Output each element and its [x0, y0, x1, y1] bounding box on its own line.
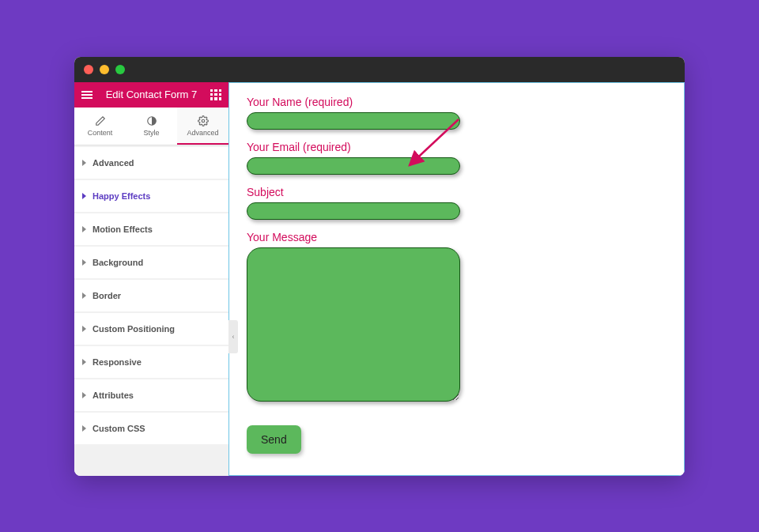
email-label: Your Email (required) — [247, 141, 666, 153]
caret-icon — [82, 193, 86, 199]
sidebar: Edit Contact Form 7 Content Style Advanc… — [74, 82, 228, 476]
form-group-message: Your Message — [247, 231, 666, 402]
panel-list: Advanced Happy Effects Motion Effects Ba… — [74, 147, 228, 444]
caret-icon — [82, 425, 86, 432]
tab-label: Style — [143, 129, 159, 137]
subject-input[interactable] — [247, 202, 460, 220]
name-input[interactable] — [247, 112, 460, 130]
tab-style[interactable]: Style — [126, 108, 177, 145]
caret-icon — [82, 359, 86, 365]
caret-icon — [82, 160, 86, 166]
panel-attributes[interactable]: Attributes — [74, 379, 228, 411]
panel-label: Happy Effects — [93, 191, 150, 201]
panel-label: Advanced — [93, 158, 134, 168]
tab-advanced[interactable]: Advanced — [177, 108, 228, 145]
panel-label: Responsive — [93, 357, 142, 367]
caret-icon — [82, 392, 86, 398]
panel-advanced[interactable]: Advanced — [74, 147, 228, 179]
grid-icon[interactable] — [210, 89, 222, 101]
panel-label: Custom CSS — [93, 424, 145, 433]
svg-point-1 — [202, 119, 205, 123]
form-group-name: Your Name (required) — [247, 96, 666, 130]
pencil-icon — [95, 115, 106, 126]
form-group-subject: Subject — [247, 186, 666, 220]
collapse-sidebar-button[interactable]: ‹ — [228, 320, 238, 353]
name-label: Your Name (required) — [247, 96, 666, 108]
gear-icon — [198, 115, 209, 126]
app-body: Edit Contact Form 7 Content Style Advanc… — [74, 82, 685, 476]
caret-icon — [82, 326, 86, 332]
panel-border[interactable]: Border — [74, 280, 228, 311]
subject-label: Subject — [247, 186, 666, 198]
sidebar-title: Edit Contact Form 7 — [106, 89, 198, 100]
menu-icon[interactable] — [81, 89, 93, 101]
caret-icon — [82, 226, 86, 232]
panel-custom-positioning[interactable]: Custom Positioning — [74, 313, 228, 345]
panel-background[interactable]: Background — [74, 247, 228, 278]
titlebar — [74, 57, 685, 82]
panel-label: Custom Positioning — [93, 324, 175, 334]
app-window: Edit Contact Form 7 Content Style Advanc… — [74, 57, 685, 476]
tab-label: Content — [88, 129, 113, 137]
message-label: Your Message — [247, 231, 666, 243]
panel-happy-effects[interactable]: Happy Effects — [74, 180, 228, 212]
email-input[interactable] — [247, 157, 460, 175]
panel-responsive[interactable]: Responsive — [74, 346, 228, 378]
sidebar-header: Edit Contact Form 7 — [74, 82, 228, 108]
contrast-icon — [146, 115, 157, 126]
panel-motion-effects[interactable]: Motion Effects — [74, 213, 228, 245]
tab-content[interactable]: Content — [74, 108, 126, 145]
form-group-email: Your Email (required) — [247, 141, 666, 175]
panel-label: Border — [93, 291, 121, 300]
panel-label: Attributes — [93, 391, 134, 400]
preview-area: ‹ Your Name (required) Your Email (requi… — [228, 82, 685, 476]
panel-label: Motion Effects — [93, 224, 153, 234]
maximize-icon[interactable] — [115, 65, 125, 74]
send-button[interactable]: Send — [247, 425, 301, 454]
tab-bar: Content Style Advanced — [74, 108, 228, 145]
tab-label: Advanced — [187, 129, 218, 137]
caret-icon — [82, 259, 86, 266]
message-textarea[interactable] — [247, 247, 460, 402]
panel-custom-css[interactable]: Custom CSS — [74, 413, 228, 444]
minimize-icon[interactable] — [100, 65, 109, 74]
panel-label: Background — [93, 258, 143, 267]
caret-icon — [82, 292, 86, 299]
close-icon[interactable] — [84, 65, 93, 74]
